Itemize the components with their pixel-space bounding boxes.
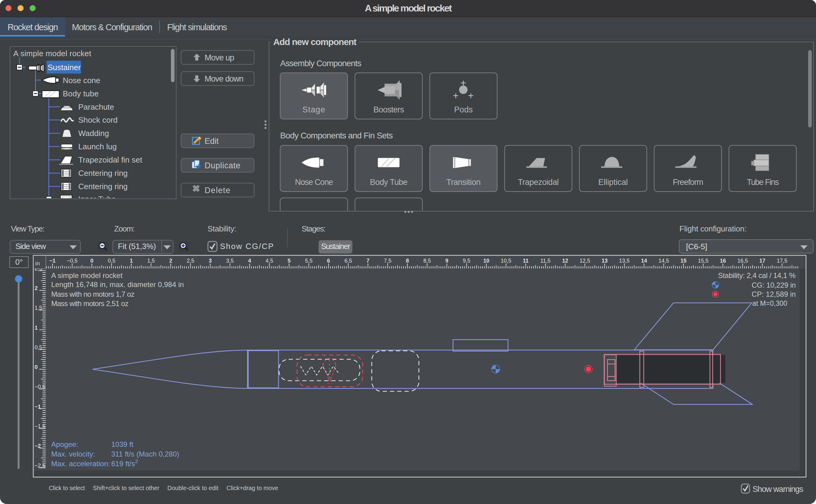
svg-text:619 ft/s2: 619 ft/s2	[111, 459, 138, 468]
svg-text:Boosters: Boosters	[374, 105, 404, 114]
svg-text:−0,5: −0,5	[35, 384, 46, 390]
svg-text:0°: 0°	[15, 257, 23, 267]
svg-text:in: in	[35, 260, 40, 267]
svg-text:Sustainer: Sustainer	[48, 63, 81, 72]
svg-text:CG: 10,229 in: CG: 10,229 in	[752, 281, 796, 289]
svg-text:Body Tube: Body Tube	[370, 178, 407, 187]
svg-text:Shift+click to select other: Shift+click to select other	[93, 485, 159, 491]
svg-text:Mass with motors 2,51 oz: Mass with motors 2,51 oz	[51, 299, 128, 308]
svg-text:1,5: 1,5	[35, 305, 42, 311]
svg-text:Launch lug: Launch lug	[78, 142, 117, 151]
svg-text:Mass with no motors 1,7 oz: Mass with no motors 1,7 oz	[51, 290, 134, 298]
svg-text:Wadding: Wadding	[78, 129, 109, 138]
svg-text:6,5: 6,5	[345, 258, 352, 264]
svg-text:Stability: 2,4 cal / 14,1 %: Stability: 2,4 cal / 14,1 %	[718, 271, 795, 279]
svg-text:2: 2	[35, 285, 38, 291]
svg-text:1,5: 1,5	[147, 258, 155, 264]
svg-text:8,5: 8,5	[423, 258, 431, 264]
svg-text:Stability:: Stability:	[208, 224, 236, 233]
svg-text:[C6-5]: [C6-5]	[686, 242, 707, 251]
svg-text:12: 12	[562, 258, 568, 264]
svg-text:2: 2	[169, 258, 172, 264]
svg-text:Length 16,748 in, max. diamete: Length 16,748 in, max. diameter 0,984 in	[51, 280, 184, 289]
svg-text:9: 9	[445, 258, 448, 264]
svg-text:Delete: Delete	[205, 186, 231, 195]
svg-text:Centering ring: Centering ring	[78, 169, 128, 178]
svg-text:4: 4	[248, 258, 251, 264]
svg-text:17: 17	[759, 258, 765, 264]
svg-text:0: 0	[90, 258, 93, 264]
svg-text:Freeform: Freeform	[673, 178, 703, 187]
svg-text:Centering ring: Centering ring	[78, 182, 128, 191]
svg-text:17,5: 17,5	[777, 258, 787, 264]
svg-text:−1: −1	[35, 404, 41, 410]
svg-text:Move down: Move down	[205, 74, 243, 83]
svg-text:Fit (51,3%): Fit (51,3%)	[118, 242, 156, 251]
svg-text:0,5: 0,5	[108, 258, 115, 264]
svg-text:1039 ft: 1039 ft	[111, 440, 134, 448]
svg-text:Side view: Side view	[15, 242, 46, 251]
svg-text:Move up: Move up	[205, 53, 234, 62]
svg-text:13,5: 13,5	[619, 258, 630, 264]
svg-text:Pods: Pods	[454, 105, 473, 114]
svg-text:Trapezoidal fin set: Trapezoidal fin set	[78, 155, 142, 164]
svg-text:−1,5: −1,5	[35, 423, 46, 429]
svg-text:Zoom:: Zoom:	[114, 224, 134, 233]
svg-text:Nose cone: Nose cone	[63, 76, 100, 85]
svg-text:Edit: Edit	[205, 137, 219, 146]
svg-text:11: 11	[523, 258, 529, 264]
svg-text:Nose Cone: Nose Cone	[295, 178, 333, 187]
svg-text:Click to select: Click to select	[49, 485, 85, 491]
svg-text:14,5: 14,5	[659, 258, 669, 264]
svg-text:Tube Fins: Tube Fins	[747, 178, 779, 187]
svg-text:Show CG/CP: Show CG/CP	[220, 242, 274, 251]
svg-text:Shock cord: Shock cord	[78, 115, 118, 124]
svg-text:12,5: 12,5	[580, 258, 590, 264]
svg-text:Max. velocity:: Max. velocity:	[51, 450, 95, 458]
svg-text:A simple model rocket: A simple model rocket	[13, 49, 92, 58]
svg-text:6: 6	[327, 258, 330, 264]
svg-text:16,5: 16,5	[737, 258, 748, 264]
svg-text:Flight configuration:: Flight configuration:	[679, 224, 746, 233]
svg-text:311 ft/s (Mach 0,280): 311 ft/s (Mach 0,280)	[111, 450, 179, 458]
svg-text:Transition: Transition	[446, 178, 481, 187]
svg-text:Flight simulations: Flight simulations	[167, 22, 227, 32]
svg-text:−0,5: −0,5	[67, 258, 78, 264]
svg-text:View Type:: View Type:	[11, 224, 44, 233]
svg-text:4,5: 4,5	[266, 258, 273, 264]
svg-text:5: 5	[287, 258, 290, 264]
svg-text:Apogee:: Apogee:	[51, 440, 78, 448]
svg-text:10,5: 10,5	[501, 258, 511, 264]
svg-text:Add new component: Add new component	[273, 37, 357, 47]
svg-text:−2: −2	[35, 443, 41, 449]
svg-text:7,5: 7,5	[384, 258, 391, 264]
svg-text:1: 1	[130, 258, 133, 264]
svg-text:0,5: 0,5	[35, 344, 42, 351]
svg-text:Click+drag to move: Click+drag to move	[227, 485, 278, 491]
svg-text:Show warnings: Show warnings	[753, 485, 803, 494]
svg-text:Trapezoidal: Trapezoidal	[518, 178, 559, 187]
svg-text:8: 8	[406, 258, 409, 264]
svg-text:CP: 12,589 in: CP: 12,589 in	[752, 290, 796, 298]
svg-text:A simple model rocket: A simple model rocket	[365, 3, 452, 14]
svg-text:16: 16	[720, 258, 726, 264]
svg-text:at M=0,300: at M=0,300	[752, 299, 787, 307]
svg-text:Body Components and Fin Sets: Body Components and Fin Sets	[280, 131, 393, 140]
svg-text:−1: −1	[49, 258, 56, 264]
svg-text:15: 15	[680, 258, 686, 264]
svg-text:14: 14	[641, 258, 647, 264]
svg-text:0: 0	[35, 364, 38, 370]
svg-text:11,5: 11,5	[540, 258, 551, 264]
svg-text:Motors & Configuration: Motors & Configuration	[72, 22, 152, 32]
svg-text:3: 3	[209, 258, 212, 264]
svg-text:15,5: 15,5	[698, 258, 708, 264]
svg-text:Double-click to edit: Double-click to edit	[167, 485, 219, 491]
svg-text:7: 7	[366, 258, 369, 264]
svg-text:Body tube: Body tube	[63, 89, 99, 98]
svg-text:A simple model rocket: A simple model rocket	[51, 271, 122, 279]
svg-text:2,5: 2,5	[187, 258, 194, 264]
svg-text:1: 1	[35, 325, 38, 331]
svg-text:9,5: 9,5	[463, 258, 470, 264]
svg-text:−2,5: −2,5	[35, 463, 46, 469]
svg-text:13: 13	[601, 258, 607, 264]
